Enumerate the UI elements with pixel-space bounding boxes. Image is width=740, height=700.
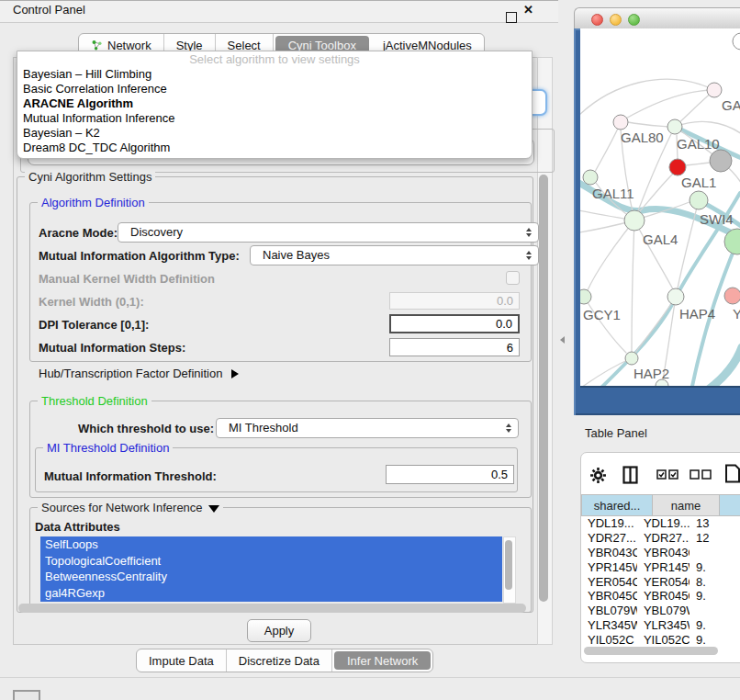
table-row[interactable]: YDR27...YDR27...12	[581, 531, 740, 546]
dpi-tolerance-field[interactable]	[389, 314, 520, 333]
network-window-frame: GALGAL80GAL10GAL1GAL11SWI4GAL4GCY1HAP4YH…	[574, 28, 740, 415]
mi-type-combo[interactable]: Naive Bayes	[250, 245, 539, 265]
algorithm-option-dream8-dc-tdc-algorithm[interactable]: Dream8 DC_TDC Algorithm	[17, 141, 532, 155]
apply-button[interactable]: Apply	[247, 619, 311, 642]
manual-kernel-label: Manual Kernel Width Definition	[39, 272, 215, 286]
network-icon	[91, 40, 103, 51]
attribute-item-selfloops[interactable]: SelfLoops	[40, 536, 502, 553]
spinner-arrows-icon	[506, 423, 511, 433]
which-threshold-combo[interactable]: MI Threshold	[216, 418, 519, 438]
columns-icon[interactable]	[622, 466, 638, 484]
list-scrollbar-thumb[interactable]	[505, 540, 512, 590]
algorithm-dropdown-prompt: Select algorithm to view settings	[17, 51, 532, 67]
control-panel-title: Control Panel	[13, 3, 85, 17]
network-edge	[588, 220, 634, 290]
network-node[interactable]	[667, 119, 682, 134]
table-cell: 9.	[690, 633, 740, 647]
column-header-a[interactable]: A	[720, 494, 740, 516]
vertical-scrollbar-thumb[interactable]	[539, 175, 548, 602]
table-row[interactable]: YLR345WYLR345W9.	[581, 618, 740, 633]
table-cell: YBR043C	[581, 546, 637, 559]
network-node[interactable]	[583, 170, 598, 185]
tab-impute-data[interactable]: Impute Data	[137, 649, 227, 672]
table-row[interactable]: YBL079WYBL079W	[581, 604, 740, 618]
function-builder-icon[interactable]	[724, 464, 740, 483]
tab-infer-network[interactable]: Infer Network	[334, 651, 431, 670]
network-node[interactable]	[710, 150, 732, 172]
table-row[interactable]: YER054CYER054C8.	[581, 574, 740, 589]
kernel-width-field[interactable]	[389, 292, 520, 310]
mi-threshold-field[interactable]	[386, 465, 514, 484]
network-node[interactable]	[669, 159, 686, 175]
gear-icon[interactable]	[589, 467, 607, 484]
table-cell: YLR345W	[581, 618, 637, 632]
network-node-label: GAL11	[592, 186, 634, 201]
table-row[interactable]: YBR045CYBR045C9.	[581, 589, 740, 604]
table-cell: 9.	[690, 589, 740, 603]
network-node[interactable]	[613, 115, 628, 130]
table-cell: YDR27...	[581, 531, 637, 545]
network-edge	[635, 297, 676, 353]
network-node[interactable]	[707, 83, 722, 97]
network-node-label: GAL	[722, 97, 740, 113]
mi-steps-field[interactable]	[389, 338, 520, 356]
table-row[interactable]: YIL052CYIL052C9.	[581, 632, 740, 647]
aracne-mode-combo[interactable]: Discovery	[118, 222, 539, 243]
zoom-traffic-light-icon[interactable]	[628, 14, 640, 26]
network-node[interactable]	[625, 352, 638, 365]
attribute-item-betweennesscentrality[interactable]: BetweennessCentrality	[40, 569, 502, 585]
network-node[interactable]	[624, 210, 645, 231]
hub-factor-expander[interactable]: Hub/Transcription Factor Definition	[39, 367, 239, 380]
horizontal-scrollbar-thumb[interactable]	[18, 604, 526, 613]
table-row[interactable]: YPR145WYPR145W9.	[581, 559, 740, 574]
algorithm-definition-title: Algorithm Definition	[38, 196, 149, 209]
algorithm-option-mutual-information-inference[interactable]: Mutual Information Inference	[17, 111, 532, 126]
network-node-label: GAL10	[677, 136, 720, 152]
table-cell: YER054C	[581, 575, 637, 589]
algorithm-option-bayesian-k2[interactable]: Bayesian – K2	[17, 126, 532, 141]
attribute-item-gal4rgexp[interactable]: gal4RGexp	[40, 585, 502, 602]
algorithm-option-basic-correlation-inference[interactable]: Basic Correlation Inference	[17, 82, 532, 96]
cyni-mode-tabbar: Impute DataDiscretize DataInfer Network	[136, 649, 433, 672]
algorithm-option-aracne-algorithm[interactable]: ARACNE Algorithm	[17, 96, 532, 111]
network-node[interactable]	[724, 288, 740, 304]
sources-title[interactable]: Sources for Network Inference	[38, 501, 223, 514]
network-node[interactable]	[580, 289, 591, 304]
algorithm-option-bayesian-hill-climbing[interactable]: Bayesian – Hill Climbing	[17, 67, 532, 82]
network-edge	[698, 347, 740, 386]
table-header-row: shared...nameA	[581, 494, 740, 516]
network-window-titlebar[interactable]	[574, 7, 740, 30]
network-edge	[580, 79, 714, 118]
tab-discretize-data[interactable]: Discretize Data	[227, 649, 332, 672]
cyni-settings-title: Cyni Algorithm Settings	[25, 170, 155, 184]
mi-steps-label: Mutual Information Steps:	[39, 341, 185, 355]
split-collapse-handle-icon[interactable]	[560, 336, 565, 344]
table-row[interactable]: YBR043CYBR043C	[581, 546, 740, 560]
which-threshold-label: Which threshold to use:	[78, 422, 214, 435]
network-edge	[595, 122, 621, 172]
network-node[interactable]	[733, 33, 740, 50]
unchecked-checkboxes-icon[interactable]	[690, 469, 712, 480]
which-threshold-value: MI Threshold	[229, 421, 298, 435]
network-canvas[interactable]: GALGAL80GAL10GAL1GAL11SWI4GAL4GCY1HAP4YH…	[580, 28, 740, 388]
tab-label: Infer Network	[347, 654, 418, 668]
close-traffic-light-icon[interactable]	[591, 14, 603, 26]
table-cell: YIL052C	[637, 633, 690, 647]
column-header-shared[interactable]: shared...	[581, 494, 653, 516]
mi-type-label: Mutual Information Algorithm Type:	[39, 249, 240, 263]
network-node[interactable]	[667, 288, 684, 305]
column-header-name[interactable]: name	[653, 494, 720, 516]
network-node[interactable]	[690, 191, 708, 209]
network-node-label: GAL1	[681, 175, 716, 190]
close-icon[interactable]: ✕	[523, 3, 533, 17]
network-edge	[628, 122, 667, 127]
data-attributes-list[interactable]: SelfLoopsTopologicalCoefficientBetweenne…	[40, 536, 502, 602]
float-panel-icon[interactable]	[506, 12, 517, 23]
manual-kernel-checkbox[interactable]	[506, 271, 520, 285]
table-horizontal-scrollbar[interactable]	[584, 647, 718, 655]
minimize-traffic-light-icon[interactable]	[610, 14, 622, 26]
minimized-panel-icon[interactable]	[13, 690, 40, 700]
table-row[interactable]: YDL19...YDL19...13	[581, 516, 740, 531]
attribute-item-topologicalcoefficient[interactable]: TopologicalCoefficient	[40, 553, 502, 570]
checked-checkboxes-icon[interactable]	[656, 469, 678, 480]
